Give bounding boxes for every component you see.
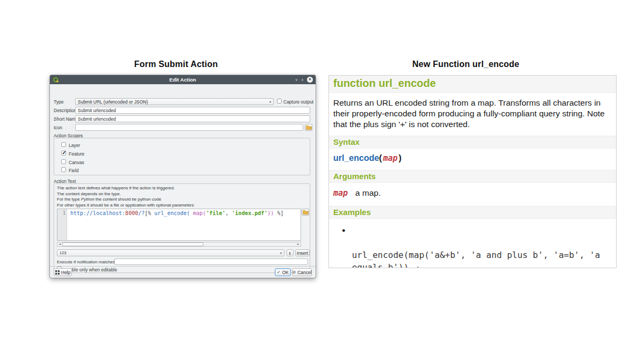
minimize-icon[interactable]: ∨: [295, 78, 298, 82]
dialog-footer: Help ✓ OK ⊘ Cancel: [50, 266, 316, 278]
epsilon-icon: ε: [289, 250, 291, 256]
icon-browse-button[interactable]: [305, 124, 312, 131]
editor-gutter: 1: [57, 209, 67, 240]
left-panel-title: Form Submit Action: [50, 60, 302, 69]
function-description: Returns an URL encoded string from a map…: [329, 93, 616, 133]
scrollbar-thumb[interactable]: [62, 242, 203, 246]
maximize-icon[interactable]: ∧: [301, 78, 304, 82]
hint-line: For other types it should be a file or a…: [57, 203, 194, 209]
function-header: function url_encode: [329, 76, 616, 93]
bullet-icon: ●: [342, 227, 346, 268]
arguments-header: Arguments: [329, 170, 616, 183]
hint-line: For the type Python the content should b…: [57, 197, 194, 203]
action-text-hints: The action text defines what happens if …: [57, 186, 194, 208]
argument-row: map a map.: [329, 183, 616, 203]
capture-output-checkbox[interactable]: ✓: [277, 99, 282, 104]
short-name-label: Short Name: [54, 116, 78, 122]
dialog-titlebar[interactable]: Edit Action ∨ ∧ ✕: [50, 75, 316, 84]
examples-header: Examples: [329, 206, 616, 219]
action-text-group: The action text defines what happens if …: [54, 183, 310, 273]
editor-horizontal-scrollbar[interactable]: ◂ ▸: [57, 242, 301, 247]
help-grid-icon: [55, 270, 60, 275]
expression-epsilon-button[interactable]: ε: [287, 249, 294, 256]
folder-icon: [303, 210, 309, 215]
execute-if-label: Execute if notification matches: [57, 260, 115, 264]
hint-line: The content depends on the type.: [57, 191, 194, 197]
dialog-body: Type Submit URL (urlencoded or JSON) ▾ ✓…: [50, 84, 316, 278]
folder-icon: [306, 125, 312, 130]
icon-input[interactable]: [75, 124, 303, 131]
scope-field-checkbox[interactable]: ✓: [61, 167, 66, 172]
scroll-right-icon[interactable]: ▸: [296, 242, 301, 247]
syntax-argument: map: [383, 153, 398, 163]
example-expression: url_encode(map('a&+b', 'a and plus b', '…: [352, 249, 609, 268]
close-icon: ✕: [309, 78, 311, 82]
capture-output-label: Capture output: [283, 99, 313, 105]
syntax-function-name: url_encode: [333, 153, 379, 162]
right-panel-title: New Function url_encode: [328, 60, 603, 69]
close-button[interactable]: ✕: [307, 77, 313, 83]
argument-name: map: [333, 188, 348, 198]
cancel-button[interactable]: ⊘ Cancel: [292, 268, 312, 276]
scope-field-label: Field: [69, 168, 78, 173]
chevron-down-icon: ▾: [280, 251, 282, 255]
argument-description: a map.: [355, 188, 380, 198]
function-help-panel: function url_encode Returns an URL encod…: [328, 75, 617, 268]
line-number: 1: [63, 210, 65, 216]
scroll-left-icon[interactable]: ◂: [57, 242, 62, 247]
cancel-icon: ⊘: [292, 270, 296, 275]
type-label: Type: [54, 99, 63, 105]
check-icon: ✓: [277, 270, 281, 275]
dialog-title: Edit Action: [74, 77, 291, 83]
example-code: url_encode(map('a&+b', 'a and plus b', '…: [352, 224, 609, 268]
icon-label: Icon: [54, 125, 62, 130]
code-file-browse-button[interactable]: [302, 209, 309, 216]
ok-button[interactable]: ✓ OK: [275, 268, 291, 276]
scope-canvas-label: Canvas: [69, 160, 84, 165]
hint-line: The action text defines what happens if …: [57, 186, 194, 191]
scope-layer-checkbox[interactable]: ✓: [61, 142, 66, 147]
code-line: http://localhost:8000/?[% url_encode( ma…: [70, 210, 283, 216]
description-label: Description: [54, 108, 77, 113]
action-scopes-group: ✓ Layer ✓ Feature ✓ Canvas ✓ Field: [54, 138, 310, 175]
syntax-header: Syntax: [329, 136, 616, 149]
qgis-logo-icon: [53, 77, 59, 83]
help-button[interactable]: Help: [54, 268, 72, 276]
type-dropdown-value: Submit URL (urlencoded or JSON): [78, 99, 148, 105]
execute-if-input[interactable]: [114, 258, 308, 265]
insert-button[interactable]: Insert: [295, 249, 310, 256]
chevron-down-icon: ▾: [269, 100, 271, 104]
example-item: ● url_encode(map('a&+b', 'a and plus b',…: [329, 219, 616, 268]
syntax-line: url_encode(map): [329, 149, 616, 167]
slide-canvas: Form Submit Action New Function url_enco…: [0, 0, 644, 362]
description-input[interactable]: Submit urlencoded: [75, 107, 310, 114]
variable-combo[interactable]: 123 ▾: [57, 249, 284, 256]
scope-canvas-checkbox[interactable]: ✓: [61, 159, 66, 164]
scope-feature-label: Feature: [69, 151, 84, 157]
type-dropdown[interactable]: Submit URL (urlencoded or JSON) ▾: [75, 98, 274, 105]
scope-layer-label: Layer: [69, 143, 80, 148]
action-code-editor[interactable]: 1 http://localhost:8000/?[% url_encode( …: [57, 209, 301, 241]
edit-action-dialog: Edit Action ∨ ∧ ✕ Type Submit URL (urlen…: [50, 75, 316, 278]
short-name-input[interactable]: Submit urlencoded: [75, 115, 310, 122]
scope-feature-checkbox[interactable]: ✓: [61, 151, 66, 156]
